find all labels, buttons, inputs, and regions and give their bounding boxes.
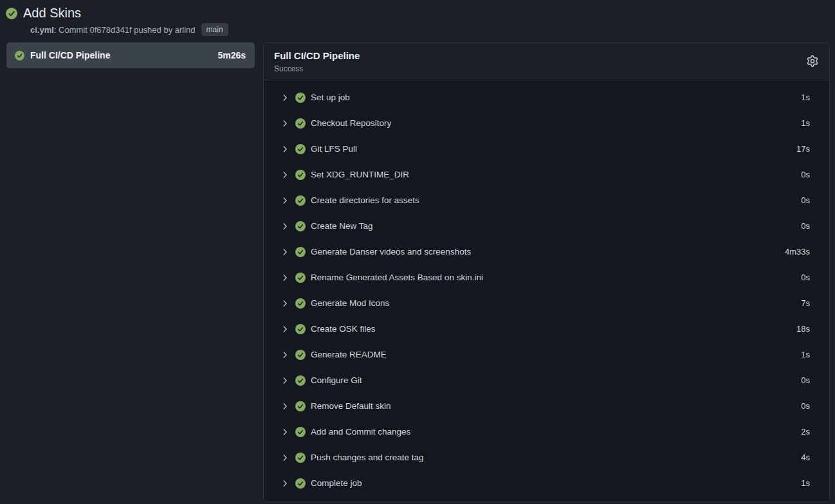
- check-circle-icon: [295, 401, 306, 411]
- chevron-right-icon[interactable]: [280, 119, 289, 128]
- gear-icon: [807, 55, 818, 67]
- chevron-right-icon[interactable]: [280, 222, 289, 231]
- check-circle-icon: [6, 8, 17, 19]
- job-settings-button[interactable]: [805, 54, 820, 68]
- step-list: Set up job 1s Checkout Repository 1s: [264, 80, 829, 501]
- chevron-right-icon[interactable]: [280, 93, 289, 102]
- check-circle-icon: [295, 170, 306, 180]
- step-row[interactable]: Rename Generated Assets Based on skin.in…: [264, 265, 829, 291]
- step-duration: 1s: [801, 478, 810, 488]
- step-name: Push changes and create tag: [311, 453, 424, 462]
- step-duration: 1s: [801, 350, 810, 359]
- chevron-right-icon[interactable]: [280, 479, 289, 488]
- step-duration: 4s: [801, 453, 810, 462]
- step-row[interactable]: Create New Tag 0s: [264, 213, 829, 239]
- step-duration: 0s: [801, 170, 810, 179]
- check-circle-icon: [295, 144, 306, 154]
- chevron-right-icon[interactable]: [280, 145, 289, 154]
- jobs-sidebar: Full CI/CD Pipeline 5m26s: [6, 42, 255, 68]
- chevron-right-icon[interactable]: [280, 248, 289, 256]
- step-name: Set XDG_RUNTIME_DIR: [311, 170, 409, 179]
- step-duration: 0s: [801, 401, 810, 411]
- chevron-right-icon[interactable]: [280, 325, 289, 334]
- check-circle-icon: [295, 195, 306, 206]
- job-detail-panel: Full CI/CD Pipeline Success Set up job 1…: [263, 42, 830, 502]
- step-name: Git LFS Pull: [311, 144, 357, 154]
- step-duration: 17s: [796, 144, 810, 154]
- branch-badge[interactable]: main: [201, 23, 228, 36]
- chevron-right-icon[interactable]: [280, 299, 289, 308]
- run-description: ci.yml: Commit 0f678d341f pushed by arli…: [30, 25, 196, 35]
- chevron-right-icon[interactable]: [280, 402, 289, 411]
- step-row[interactable]: Generate README 1s: [264, 342, 829, 368]
- step-row[interactable]: Set XDG_RUNTIME_DIR 0s: [264, 162, 829, 188]
- chevron-right-icon[interactable]: [280, 350, 289, 359]
- step-duration: 18s: [796, 324, 810, 334]
- step-name: Complete job: [311, 478, 362, 488]
- step-duration: 7s: [801, 298, 810, 308]
- step-name: Create directories for assets: [311, 195, 419, 205]
- chevron-right-icon[interactable]: [280, 170, 289, 179]
- chevron-right-icon[interactable]: [280, 428, 289, 437]
- step-row[interactable]: Set up job 1s: [264, 85, 829, 111]
- check-circle-icon: [295, 93, 306, 103]
- job-detail-header: Full CI/CD Pipeline Success: [264, 43, 829, 80]
- chevron-right-icon[interactable]: [280, 453, 289, 462]
- step-name: Remove Default skin: [311, 401, 391, 411]
- chevron-right-icon[interactable]: [280, 196, 289, 205]
- check-circle-icon: [295, 453, 306, 463]
- check-circle-icon: [295, 375, 306, 386]
- step-name: Generate README: [311, 350, 387, 359]
- check-circle-icon: [295, 273, 306, 283]
- workflow-file-name: ci.yml: [30, 25, 54, 35]
- step-name: Add and Commit changes: [311, 427, 410, 437]
- step-row[interactable]: Remove Default skin 0s: [264, 393, 829, 419]
- page-title: Add Skins: [23, 5, 81, 21]
- step-duration: 2s: [801, 427, 810, 437]
- step-row[interactable]: Create directories for assets 0s: [264, 188, 829, 213]
- step-duration: 0s: [801, 273, 810, 282]
- job-name: Full CI/CD Pipeline: [30, 50, 110, 60]
- check-circle-icon: [15, 51, 24, 60]
- job-title: Full CI/CD Pipeline: [274, 50, 819, 62]
- chevron-right-icon[interactable]: [280, 273, 289, 282]
- check-circle-icon: [295, 427, 306, 437]
- step-name: Create New Tag: [311, 221, 373, 231]
- step-row[interactable]: Push changes and create tag 4s: [264, 445, 829, 471]
- step-name: Generate Danser videos and screenshots: [311, 247, 471, 256]
- step-name: Generate Mod Icons: [311, 298, 389, 308]
- step-name: Configure Git: [311, 375, 362, 385]
- step-name: Create OSK files: [311, 324, 376, 334]
- chevron-right-icon[interactable]: [280, 376, 289, 385]
- check-circle-icon: [295, 324, 306, 334]
- check-circle-icon: [295, 350, 306, 360]
- check-circle-icon: [295, 221, 306, 231]
- step-row[interactable]: Add and Commit changes 2s: [264, 419, 829, 445]
- step-row[interactable]: Generate Danser videos and screenshots 4…: [264, 239, 829, 265]
- step-name: Set up job: [311, 93, 350, 102]
- check-circle-icon: [295, 118, 306, 129]
- check-circle-icon: [295, 298, 306, 309]
- run-content: Full CI/CD Pipeline 5m26s Full CI/CD Pip…: [0, 40, 835, 502]
- step-name: Checkout Repository: [311, 118, 391, 128]
- run-title-row: Add Skins: [6, 5, 829, 21]
- check-circle-icon: [295, 478, 306, 489]
- step-row[interactable]: Git LFS Pull 17s: [264, 136, 829, 162]
- step-duration: 1s: [801, 118, 810, 128]
- step-duration: 0s: [801, 221, 810, 231]
- step-row[interactable]: Generate Mod Icons 7s: [264, 291, 829, 316]
- step-duration: 1s: [801, 93, 810, 102]
- step-row[interactable]: Complete job 1s: [264, 471, 829, 496]
- run-header: Add Skins ci.yml: Commit 0f678d341f push…: [0, 0, 835, 40]
- sidebar-job-item[interactable]: Full CI/CD Pipeline 5m26s: [6, 42, 255, 68]
- step-row[interactable]: Configure Git 0s: [264, 368, 829, 393]
- step-name: Rename Generated Assets Based on skin.in…: [311, 273, 483, 282]
- step-row[interactable]: Checkout Repository 1s: [264, 111, 829, 136]
- job-duration: 5m26s: [217, 50, 246, 60]
- step-duration: 0s: [801, 195, 810, 205]
- run-subtitle: ci.yml: Commit 0f678d341f pushed by arli…: [30, 23, 829, 36]
- step-duration: 0s: [801, 375, 810, 385]
- commit-description: : Commit 0f678d341f pushed by arlind: [54, 25, 196, 35]
- step-duration: 4m33s: [785, 247, 810, 256]
- step-row[interactable]: Create OSK files 18s: [264, 316, 829, 342]
